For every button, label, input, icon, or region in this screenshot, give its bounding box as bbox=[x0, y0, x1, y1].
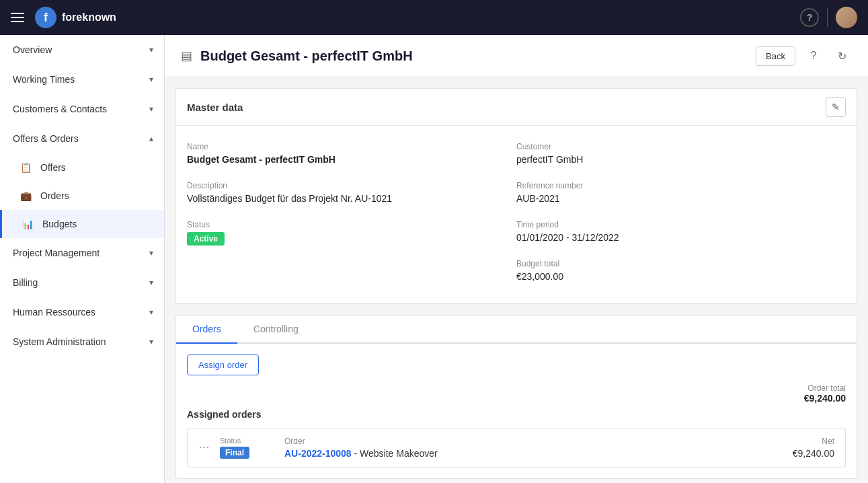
order-status-label: Status bbox=[220, 437, 274, 445]
field-description: Description Vollständiges Budget für das… bbox=[187, 176, 516, 215]
master-data-section: Master data ✎ Name Budget Gesamt - perfe… bbox=[175, 88, 857, 304]
tab-orders[interactable]: Orders bbox=[176, 315, 237, 344]
field-customer-label: Customer bbox=[516, 142, 846, 151]
table-row: ⋮ Status Final Order AU-2022-10008 - Web… bbox=[188, 429, 845, 467]
page-title: Budget Gesamt - perfectIT GmbH bbox=[200, 48, 413, 64]
hamburger-menu[interactable] bbox=[11, 13, 24, 22]
sidebar-item-offers-orders[interactable]: Offers & Orders ▴ bbox=[0, 124, 164, 153]
order-label: Order bbox=[284, 437, 756, 446]
chevron-down-icon: ▾ bbox=[149, 75, 153, 84]
order-net-cell: Net €9,240.00 bbox=[767, 437, 834, 459]
page-header-actions: Back ? ↻ bbox=[756, 46, 852, 66]
chevron-down-icon: ▾ bbox=[149, 104, 153, 114]
header-help-icon[interactable]: ? bbox=[800, 8, 819, 27]
order-total-label: Order total bbox=[804, 383, 846, 393]
orders-table: ⋮ Status Final Order AU-2022-10008 - Web… bbox=[187, 428, 846, 468]
logo: f foreknown bbox=[35, 7, 116, 28]
order-total-value: €9,240.00 bbox=[804, 393, 846, 404]
field-name-label: Name bbox=[187, 142, 516, 151]
main-layout: Overview ▾ Working Times ▾ Customers & C… bbox=[0, 35, 868, 483]
sidebar-item-orders[interactable]: 💼 Orders bbox=[0, 182, 164, 210]
header-right: ? bbox=[800, 7, 857, 28]
order-details-cell: Order AU-2022-10008 - Website Makeover bbox=[284, 437, 756, 459]
sidebar-item-project-management[interactable]: Project Management ▾ bbox=[0, 238, 164, 268]
edit-icon[interactable]: ✎ bbox=[826, 97, 846, 117]
app-name: foreknown bbox=[62, 11, 116, 24]
tab-controlling[interactable]: Controlling bbox=[237, 315, 315, 344]
master-data-right: Customer perfectIT GmbH Reference number… bbox=[516, 137, 846, 293]
page-header: ▤ Budget Gesamt - perfectIT GmbH Back ? … bbox=[165, 35, 868, 77]
assign-order-button[interactable]: Assign order bbox=[187, 355, 259, 375]
sidebar-item-overview[interactable]: Overview ▾ bbox=[0, 35, 164, 65]
sidebar: Overview ▾ Working Times ▾ Customers & C… bbox=[0, 35, 165, 483]
field-budget-total: Budget total €23,000.00 bbox=[516, 254, 846, 293]
field-reference-value: AUB-2021 bbox=[516, 193, 846, 204]
budget-icon: ▤ bbox=[181, 48, 192, 63]
master-data-left: Name Budget Gesamt - perfectIT GmbH Desc… bbox=[187, 137, 516, 293]
field-customer: Customer perfectIT GmbH bbox=[516, 137, 846, 176]
field-time-period: Time period 01/01/2020 - 31/12/2022 bbox=[516, 215, 846, 254]
master-section-header: Master data ✎ bbox=[176, 89, 857, 126]
order-value: AU-2022-10008 - Website Makeover bbox=[284, 448, 756, 459]
chevron-down-icon: ▾ bbox=[149, 45, 153, 54]
sidebar-subitems-offers-orders: 📋 Offers 💼 Orders 📊 Budgets bbox=[0, 153, 164, 238]
field-description-value: Vollständiges Budget für das Projekt Nr.… bbox=[187, 193, 516, 204]
sidebar-item-offers[interactable]: 📋 Offers bbox=[0, 153, 164, 182]
net-label: Net bbox=[767, 437, 834, 446]
tabs-section: Orders Controlling Assign order Order to… bbox=[175, 315, 857, 479]
sidebar-item-budgets[interactable]: 📊 Budgets bbox=[0, 210, 164, 238]
help-icon[interactable]: ? bbox=[803, 46, 824, 66]
field-name-value: Budget Gesamt - perfectIT GmbH bbox=[187, 154, 516, 165]
chevron-down-icon: ▾ bbox=[149, 248, 153, 258]
row-menu-icon[interactable]: ⋮ bbox=[198, 442, 209, 453]
order-description: - Website Makeover bbox=[354, 448, 438, 459]
field-time-period-value: 01/01/2020 - 31/12/2022 bbox=[516, 232, 846, 243]
net-value: €9,240.00 bbox=[767, 448, 834, 459]
field-name: Name Budget Gesamt - perfectIT GmbH bbox=[187, 137, 516, 176]
field-description-label: Description bbox=[187, 181, 516, 190]
order-status-cell: Status Final bbox=[220, 437, 274, 459]
refresh-icon[interactable]: ↻ bbox=[832, 46, 852, 66]
page-header-left: ▤ Budget Gesamt - perfectIT GmbH bbox=[181, 48, 413, 64]
tabs-header: Orders Controlling bbox=[176, 315, 857, 344]
assigned-orders-header: Assigned orders bbox=[187, 409, 846, 420]
field-reference: Reference number AUB-2021 bbox=[516, 176, 846, 215]
tabs-content: Assign order Order total €9,240.00 Assig… bbox=[176, 344, 857, 478]
budgets-icon: 📊 bbox=[21, 217, 34, 231]
field-customer-value: perfectIT GmbH bbox=[516, 154, 846, 165]
content-area: ▤ Budget Gesamt - perfectIT GmbH Back ? … bbox=[165, 35, 868, 483]
status-badge: Active bbox=[187, 232, 225, 246]
sidebar-item-system-administration[interactable]: System Administration ▾ bbox=[0, 327, 164, 357]
top-header: f foreknown ? bbox=[0, 0, 868, 35]
avatar-image bbox=[836, 7, 857, 28]
offers-icon: 📋 bbox=[19, 161, 32, 174]
field-budget-total-value: €23,000.00 bbox=[516, 271, 846, 282]
sidebar-item-billing[interactable]: Billing ▾ bbox=[0, 268, 164, 297]
orders-icon: 💼 bbox=[19, 189, 32, 202]
order-id[interactable]: AU-2022-10008 bbox=[284, 448, 352, 459]
sidebar-item-working-times[interactable]: Working Times ▾ bbox=[0, 65, 164, 94]
sidebar-item-customers-contacts[interactable]: Customers & Contacts ▾ bbox=[0, 94, 164, 124]
master-data-grid: Name Budget Gesamt - perfectIT GmbH Desc… bbox=[176, 126, 857, 303]
field-reference-label: Reference number bbox=[516, 181, 846, 190]
field-status: Status Active bbox=[187, 215, 516, 256]
sidebar-item-human-ressources[interactable]: Human Ressources ▾ bbox=[0, 297, 164, 327]
back-button[interactable]: Back bbox=[756, 46, 795, 66]
chevron-down-icon: ▾ bbox=[149, 337, 153, 346]
master-section-title: Master data bbox=[187, 102, 243, 113]
order-total-row: Order total €9,240.00 bbox=[187, 375, 846, 409]
chevron-down-icon: ▾ bbox=[149, 307, 153, 317]
avatar[interactable] bbox=[836, 7, 857, 28]
header-divider bbox=[827, 8, 828, 27]
header-left: f foreknown bbox=[11, 7, 116, 28]
field-budget-total-label: Budget total bbox=[516, 259, 846, 268]
chevron-down-icon: ▾ bbox=[149, 278, 153, 287]
chevron-up-icon: ▴ bbox=[149, 134, 153, 143]
field-time-period-label: Time period bbox=[516, 220, 846, 229]
field-status-label: Status bbox=[187, 220, 516, 229]
logo-icon: f bbox=[35, 7, 56, 28]
order-total-right: Order total €9,240.00 bbox=[804, 383, 846, 404]
order-status-badge: Final bbox=[220, 447, 249, 459]
